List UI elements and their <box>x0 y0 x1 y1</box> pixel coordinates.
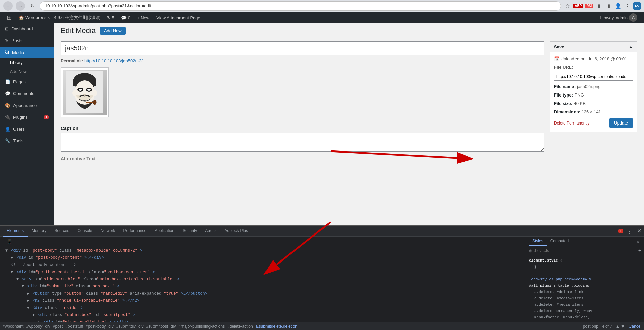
sidebar-item-tools[interactable]: 🔧 Tools <box>0 135 54 147</box>
title-input[interactable] <box>61 41 544 55</box>
file-size-label: File size: <box>554 101 572 106</box>
breadcrumb-div2[interactable]: div <box>108 324 113 329</box>
devtools-close-icon[interactable]: ✕ <box>637 228 641 234</box>
breadcrumb-submitdelete[interactable]: a.submitdelete.deletion <box>256 324 297 329</box>
expand-icon: ▶ <box>27 298 29 303</box>
svg-point-11 <box>72 90 77 96</box>
wp-admin-bar: ⊞ 🏠 Wordpress <= 4.9.6 任意文件删除漏洞 ↻ 5 💬 0 … <box>0 12 644 23</box>
media-label: Media <box>12 50 24 55</box>
file-url-input[interactable] <box>554 73 633 81</box>
breadcrumb-div4[interactable]: div <box>171 324 176 329</box>
reload-button[interactable]: ↻ <box>28 1 37 11</box>
html-line-11[interactable]: ▶ <div id="minor-publishing" >…</div> <box>0 319 526 322</box>
devtools-tab-network[interactable]: Network <box>96 226 119 237</box>
html-line-3[interactable]: <!-- /post-body-content --> <box>0 262 526 269</box>
css-source-link-1[interactable]: load-styles.php.heck&ver=4.9... <box>529 277 598 281</box>
styles-content: element.style { } load-styles.php.heck&v… <box>526 255 644 322</box>
breadcrumb-delete-action[interactable]: #delete-action <box>227 324 253 329</box>
howdy-item[interactable]: Howdy, admin A <box>597 12 641 23</box>
html-line-4[interactable]: ▼ <div id="postbox-container-1" class="p… <box>0 269 526 276</box>
html-line-1[interactable]: ▼ <div id="post-body" class="metabox-hol… <box>0 247 526 254</box>
bookmark-icon[interactable]: ☆ <box>564 2 571 10</box>
sidebar-item-pages[interactable]: 📄 Pages <box>0 76 54 88</box>
styles-filter-input[interactable] <box>534 248 638 253</box>
devtools-tab-performance[interactable]: Performance <box>119 226 150 237</box>
collapse-icon[interactable]: ▲ <box>628 44 633 49</box>
profile-icon[interactable]: 👤 <box>614 2 622 10</box>
delete-permanently-link[interactable]: Delete Permanently <box>554 121 589 126</box>
wp-logo-item[interactable]: ⊞ <box>3 12 15 23</box>
html-line-7[interactable]: ▶ <button type="button" class="handlediv… <box>0 290 526 297</box>
devtools-tab-adblock[interactable]: Adblock Plus <box>221 226 252 237</box>
menu-icon[interactable]: ⋮ <box>624 2 631 10</box>
breadcrumb-div[interactable]: div <box>45 324 50 329</box>
add-new-sub-label: Add New <box>10 69 27 74</box>
forward-button[interactable]: → <box>16 1 25 11</box>
breadcrumb-wpcontent[interactable]: #wpcontent <box>3 324 23 329</box>
inspect-icon[interactable]: ⬚ <box>3 239 5 244</box>
styles-more-button[interactable]: » <box>635 237 641 246</box>
url-bar[interactable]: 10.10.10.103/wp-admin/post.php?post=21&a… <box>40 1 561 11</box>
devtools-tab-memory[interactable]: Memory <box>28 226 50 237</box>
html-line-2[interactable]: ▶ <div id="post-body-content" >…</div> <box>0 254 526 262</box>
file-type-label: File type: <box>554 92 573 98</box>
breadcrumb-major-publishing[interactable]: #major-publishing-actions <box>178 324 225 329</box>
sidebar-item-users[interactable]: 👤 Users <box>0 123 54 135</box>
breadcrumb-post[interactable]: #post <box>53 324 63 329</box>
sidebar-item-plugins[interactable]: 🔌 Plugins 1 <box>0 111 54 123</box>
breadcrumb-submitdiv[interactable]: #submitdiv <box>116 324 136 329</box>
html-line-9[interactable]: ▼ <div class="inside" > <box>0 305 526 312</box>
cancel-label[interactable]: Cancel <box>629 324 641 329</box>
html-line-10[interactable]: ▼ <div class="submitbox" id="submitpost"… <box>0 312 526 319</box>
notification-badge[interactable]: 263 <box>585 4 593 8</box>
html-line-5[interactable]: ▼ <div id="side-sortables" class="meta-b… <box>0 276 526 283</box>
html-line-8[interactable]: ▶ <h2 class="hndle ui-sortable-handle" >… <box>0 297 526 304</box>
nav-down-arrow[interactable]: ▼ <box>621 324 625 329</box>
extension-icon-1[interactable]: ▮ <box>595 2 603 10</box>
update-button[interactable]: Update <box>609 118 633 128</box>
styles-tab-styles[interactable]: Styles <box>529 237 547 246</box>
sidebar-item-comments[interactable]: 💬 Comments <box>0 88 54 100</box>
back-button[interactable]: ← <box>3 1 13 11</box>
posts-icon: ✎ <box>5 38 9 43</box>
device-icon[interactable]: 📱 <box>7 239 12 244</box>
devtools-tab-audits[interactable]: Audits <box>201 226 220 237</box>
updates-item[interactable]: ↻ 5 <box>104 12 118 23</box>
breadcrumb-poststuff[interactable]: #poststuff <box>65 324 83 329</box>
sidebar-item-media[interactable]: 🖼 Media <box>0 47 54 58</box>
nav-up-arrow[interactable]: ▲ <box>615 324 620 329</box>
sidebar-item-appearance[interactable]: 🎨 Appearance <box>0 100 54 111</box>
add-new-button[interactable]: Add New <box>100 27 126 35</box>
permalink-label: Permalink: <box>61 58 83 63</box>
devtools-elements-panel[interactable]: ⬚ 📱 ▼ <div id="post-body" class="metabox… <box>0 237 526 322</box>
sidebar-sub-add-new[interactable]: Add New <box>0 67 54 76</box>
comments-item[interactable]: 💬 0 <box>118 12 134 23</box>
devtools-tab-sources[interactable]: Sources <box>50 226 73 237</box>
extension-icon-2[interactable]: ▮ <box>605 2 612 10</box>
sidebar-item-posts[interactable]: ✎ Posts <box>0 35 54 47</box>
styles-tab-computed[interactable]: Computed <box>547 237 572 246</box>
add-style-button[interactable]: + <box>638 248 641 254</box>
sidebar-item-dashboard[interactable]: ⊞ Dashboard <box>0 23 54 35</box>
permalink-link[interactable]: http://10.10.10.103/jas502n-2/ <box>84 58 143 63</box>
site-name-item[interactable]: 🏠 Wordpress <= 4.9.6 任意文件删除漏洞 <box>15 12 104 23</box>
adblock-ext[interactable]: ABP <box>573 4 583 8</box>
devtools-tab-application[interactable]: Application <box>150 226 178 237</box>
view-attachment-item[interactable]: View Attachment Page <box>153 12 204 23</box>
sidebar-sub-library[interactable]: Library <box>0 58 54 67</box>
svg-point-10 <box>93 100 96 105</box>
breadcrumb-submitpost[interactable]: #submitpost <box>146 324 168 329</box>
html-line-6[interactable]: ▼ <div id="submitdiv" class="postbox " > <box>0 283 526 290</box>
breadcrumb-wpbody[interactable]: #wpbody <box>26 324 42 329</box>
media-thumbnail-svg <box>66 71 103 113</box>
breadcrumb-div3[interactable]: div <box>138 324 143 329</box>
devtools-tab-security[interactable]: Security <box>178 226 201 237</box>
caption-input[interactable] <box>61 133 544 152</box>
devtools-menu-icon[interactable]: ⋮ <box>627 227 633 235</box>
comments-icon: 💬 <box>121 15 127 20</box>
breadcrumb-postbody[interactable]: #post-body <box>86 324 106 329</box>
browser-chrome: ← → ↻ 10.10.10.103/wp-admin/post.php?pos… <box>0 0 644 12</box>
devtools-tab-console[interactable]: Console <box>73 226 96 237</box>
devtools-tab-elements[interactable]: Elements <box>3 226 28 237</box>
new-item[interactable]: + New <box>134 12 153 23</box>
